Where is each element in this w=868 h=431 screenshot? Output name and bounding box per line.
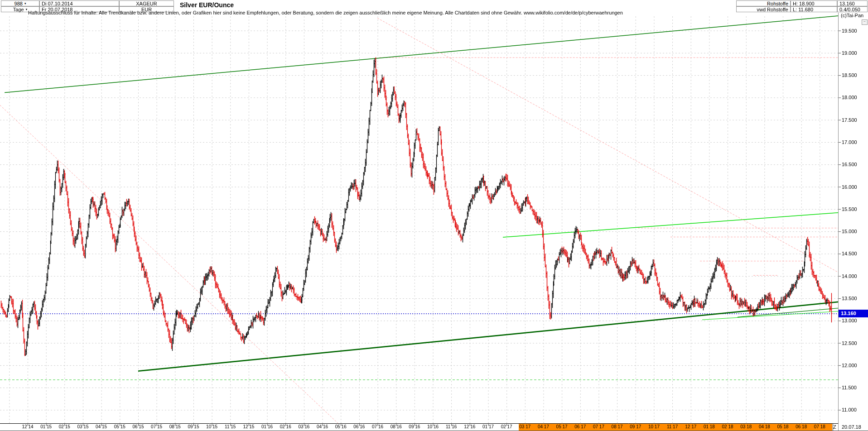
x-axis-label: 02 18 [722, 424, 733, 429]
y-axis-label: 12.500 [842, 340, 857, 346]
y-axis-label: 16.000 [842, 184, 857, 190]
x-axis-label: 05 17 [556, 424, 568, 429]
period-high-field: H: 18.900 [791, 0, 837, 6]
chart-id-value: 988 [14, 1, 23, 6]
market-subgroup-label: vwd Rohstoffe [757, 7, 788, 12]
y-axis-label: 18.500 [842, 72, 857, 78]
x-axis-label: 04 18 [759, 424, 770, 429]
x-axis-label: 11 17 [667, 424, 678, 429]
collapse-axis-button[interactable]: − [862, 19, 868, 25]
x-axis-label: 02 17 [501, 424, 512, 429]
period-low-value: L: 11.680 [793, 7, 813, 12]
market-group-label: Rohstoffe [767, 1, 788, 6]
x-axis-label: 01 16 [261, 424, 273, 429]
price-chart-canvas[interactable] [0, 0, 868, 431]
y-axis-label: 14.500 [842, 251, 857, 256]
x-axis-label: 09 16 [409, 424, 420, 429]
corner-date: 20.07.18 [842, 424, 861, 430]
x-axis-label: 10 16 [427, 424, 439, 429]
y-axis-label: 11.000 [842, 407, 857, 412]
x-axis-label: 11 16 [446, 424, 457, 429]
x-axis-label: 06 16 [353, 424, 365, 429]
x-axis-label: 08 16 [391, 424, 402, 429]
x-axis-label: 02 15 [59, 424, 70, 429]
axis-separator-small [833, 424, 833, 431]
x-axis-label: 05 15 [114, 424, 125, 429]
x-axis-label: 01 15 [40, 424, 52, 429]
x-axis-label: 03 18 [740, 424, 752, 429]
chevron-down-icon: ▾ [26, 8, 28, 11]
change-field: 0.4/0.050 [837, 6, 868, 12]
chevron-down-icon: ▾ [24, 2, 26, 5]
x-axis-label: 12 17 [685, 424, 696, 429]
y-axis-label: 11.500 [842, 385, 857, 390]
y-axis-label: 19.000 [842, 50, 857, 56]
axis-separator-vertical [838, 13, 839, 431]
last-price-badge: 13.160 [839, 310, 868, 317]
x-axis-label: 03 17 [519, 424, 530, 429]
page-title: Silver EUR/Ounce [180, 1, 234, 9]
x-axis-label: 01 17 [482, 424, 494, 429]
date-from-value: Di 07.10.2014 [42, 1, 73, 6]
date-from-field[interactable]: Di 07.10.2014 [39, 0, 119, 6]
y-axis-label: 14.000 [842, 273, 857, 279]
x-axis-label: 10 17 [648, 424, 660, 429]
x-axis-label: 12 15 [243, 424, 254, 429]
disclaimer-text: Haftungsausschluss für Inhalte: Alle Tre… [28, 10, 623, 15]
taipan-chart-window: 988 ▾ Tage ▾ Di 07.10.2014 Fr 20.07.2018… [0, 0, 868, 431]
last-price-value: 13.160 [839, 1, 855, 6]
x-axis-label: 09 17 [630, 424, 641, 429]
x-axis-label: 05 16 [335, 424, 347, 429]
y-axis-label: 15.500 [842, 206, 857, 212]
symbol-value: XAGEUR [136, 1, 157, 6]
x-axis-label: 01 18 [704, 424, 715, 429]
x-axis-label: 07 15 [151, 424, 162, 429]
x-axis-label: 06 18 [796, 424, 807, 429]
copyright-label: (c)Tai-Pan [841, 13, 863, 18]
x-axis-label: 08 17 [612, 424, 623, 429]
x-axis-label: 06 15 [132, 424, 144, 429]
period-low-field: L: 11.680 [791, 6, 837, 12]
y-axis-label: 12.000 [842, 363, 857, 368]
x-axis-label: 05 18 [777, 424, 789, 429]
x-axis-label: 03 16 [298, 424, 309, 429]
last-price-field: 13.160 [837, 0, 868, 6]
period-high-value: H: 18.900 [793, 1, 815, 6]
x-axis-label: 11 15 [225, 424, 236, 429]
change-value: 0.4/0.050 [839, 7, 860, 12]
y-axis-label: 17.000 [842, 139, 857, 145]
market-group-row2: vwd Rohstoffe [736, 6, 791, 12]
symbol-field[interactable]: XAGEUR [119, 0, 174, 6]
chart-id-dropdown[interactable]: 988 ▾ [1, 0, 39, 6]
x-axis-label: 12 16 [464, 424, 475, 429]
market-group-row1: Rohstoffe [736, 0, 791, 6]
x-axis-label: 04 17 [538, 424, 549, 429]
x-axis-label: 02 16 [280, 424, 291, 429]
y-axis-label: 13.500 [842, 296, 857, 301]
x-axis-label: 04 16 [317, 424, 328, 429]
timeframe-value: Tage [13, 7, 24, 12]
y-axis-label: 16.500 [842, 162, 857, 167]
x-axis-label: 04 15 [96, 424, 107, 429]
y-axis-label: 15.000 [842, 229, 857, 234]
y-axis-label: 13.000 [842, 318, 857, 323]
x-axis-label: 06 17 [574, 424, 586, 429]
y-axis-label: 19.500 [842, 28, 857, 34]
zoom-indicator[interactable]: Z [833, 424, 836, 430]
y-axis-label: 18.000 [842, 95, 857, 100]
y-axis-label: 17.500 [842, 117, 857, 123]
x-axis-label: 07 16 [372, 424, 383, 429]
x-axis-label: 12 14 [22, 424, 33, 429]
x-axis-label: 08 15 [169, 424, 181, 429]
x-axis-label: 09 15 [188, 424, 199, 429]
x-axis-label: 10 15 [206, 424, 217, 429]
x-axis-label: 07 18 [814, 424, 825, 429]
x-axis-label: 07 17 [593, 424, 604, 429]
x-axis-label: 03 15 [77, 424, 88, 429]
